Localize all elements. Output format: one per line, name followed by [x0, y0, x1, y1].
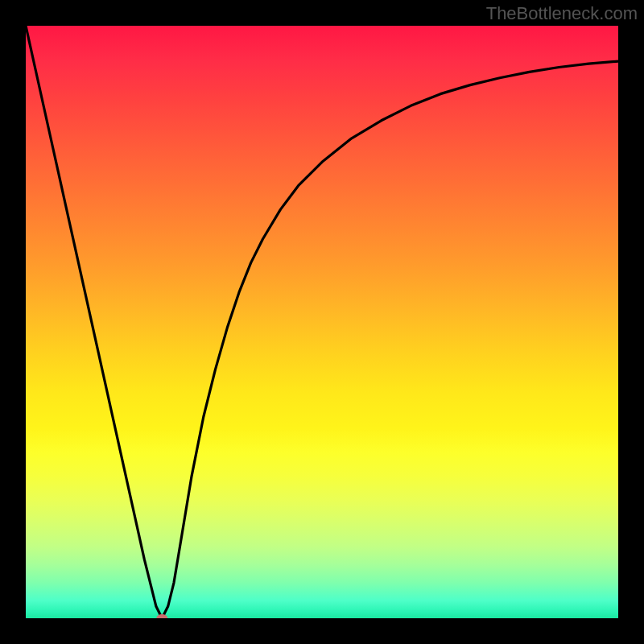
- plot-area: [26, 26, 618, 618]
- minimum-marker: [156, 614, 167, 618]
- chart-frame: TheBottleneck.com: [0, 0, 644, 644]
- attribution-label: TheBottleneck.com: [486, 3, 638, 24]
- bottleneck-curve-svg: [26, 26, 618, 618]
- bottleneck-curve: [26, 26, 618, 618]
